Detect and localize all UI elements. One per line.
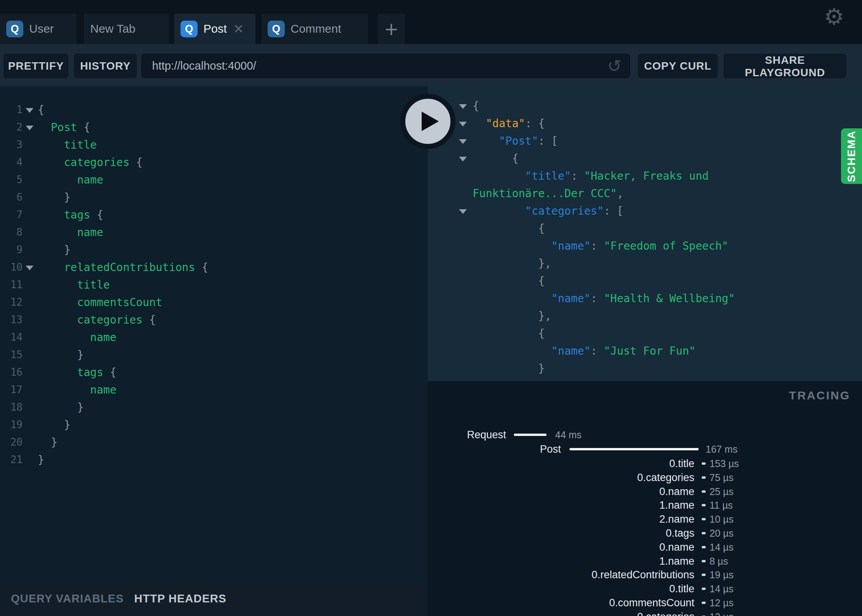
query-code-line[interactable]: 10 relatedContributions { — [0, 259, 428, 276]
code-text: tags { — [0, 206, 428, 224]
copy-curl-button[interactable]: COPY CURL — [638, 54, 718, 78]
code-text: } — [0, 399, 428, 416]
query-code-line[interactable]: 17 name — [0, 381, 428, 399]
line-number: 21 — [0, 451, 23, 469]
trace-duration-dash — [702, 462, 706, 465]
query-code-line[interactable]: 3 title — [0, 136, 428, 154]
trace-row: 0.categories75 µs — [428, 471, 862, 485]
tracing-title: TRACING — [428, 389, 850, 402]
query-code-line[interactable]: 11 title — [0, 276, 428, 294]
fold-toggle-icon[interactable] — [459, 157, 467, 161]
fold-toggle-icon[interactable] — [26, 108, 33, 113]
query-code-line[interactable]: 5 name — [0, 171, 428, 189]
response-code-line: "Post": [ — [428, 132, 862, 150]
response-code-line: { — [428, 272, 862, 290]
query-code-line[interactable]: 19 } — [0, 416, 428, 434]
query-code-line[interactable]: 15 } — [0, 346, 428, 364]
query-code-line[interactable]: 20 } — [0, 434, 428, 451]
fold-toggle-icon[interactable] — [459, 209, 467, 214]
query-code-line[interactable]: 12 commentsCount — [0, 294, 428, 311]
new-tab-button[interactable]: + — [378, 14, 405, 44]
line-number: 9 — [0, 241, 23, 259]
line-number: 3 — [0, 136, 23, 154]
query-code-line[interactable]: 21} — [0, 451, 428, 469]
trace-row: 0.categories13 µs — [428, 610, 862, 616]
tracing-panel: Request44 msPost167 ms0.title153 µs0.cat… — [428, 381, 862, 616]
trace-duration-value: 19 µs — [710, 568, 734, 582]
tab-comment[interactable]: QComment — [261, 14, 368, 44]
code-text: ] — [428, 377, 862, 381]
prettify-button[interactable]: PRETTIFY — [4, 54, 68, 78]
tab-new-tab[interactable]: New Tab — [84, 14, 169, 44]
trace-duration-value: 44 ms — [555, 428, 582, 442]
fold-toggle-icon[interactable] — [459, 139, 467, 144]
query-code-line[interactable]: 9 } — [0, 241, 428, 259]
endpoint-url-input[interactable]: http://localhost:4000/ ↺ — [141, 54, 630, 78]
query-code-line[interactable]: 1{ — [0, 101, 428, 119]
code-text: "name": "Just For Fun" — [428, 342, 862, 360]
trace-duration-value: 20 µs — [710, 526, 734, 540]
code-text: "name": "Freedom of Speech" — [428, 237, 862, 255]
code-text: } — [428, 360, 862, 377]
trace-duration-dash — [702, 588, 706, 590]
trace-row: 0.commentsCount12 µs — [428, 596, 862, 610]
toolbar: PRETTIFY HISTORY http://localhost:4000/ … — [0, 44, 862, 86]
code-text: } — [0, 451, 428, 469]
fold-toggle-icon[interactable] — [459, 104, 467, 109]
query-code-line[interactable]: 18 } — [0, 399, 428, 416]
trace-field-label: 0.commentsCount — [609, 596, 694, 610]
line-number: 10 — [0, 259, 23, 276]
line-number: 7 — [0, 206, 23, 224]
settings-gear-icon[interactable]: ⚙ — [824, 5, 844, 28]
trace-duration-bar — [514, 434, 547, 436]
line-number: 20 — [0, 434, 23, 451]
query-code-line[interactable]: 16 tags { — [0, 364, 428, 381]
fold-toggle-icon[interactable] — [26, 126, 33, 130]
history-button[interactable]: HISTORY — [74, 54, 137, 78]
tab-user[interactable]: QUser — [0, 14, 77, 44]
query-variables-tab[interactable]: QUERY VARIABLES — [11, 592, 124, 605]
code-text: categories { — [0, 154, 428, 171]
code-text: "Post": [ — [428, 132, 862, 150]
response-code-line: { — [428, 150, 862, 167]
query-code-line[interactable]: 14 name — [0, 329, 428, 346]
trace-field-label: Post — [540, 442, 561, 456]
code-text: relatedContributions { — [0, 259, 428, 276]
line-number: 19 — [0, 416, 23, 434]
tab-post[interactable]: QPost× — [174, 14, 256, 44]
fold-toggle-icon[interactable] — [459, 122, 467, 126]
trace-row: 2.name10 µs — [428, 512, 862, 526]
plus-icon: + — [385, 16, 398, 42]
trace-field-label: 0.tags — [666, 526, 694, 540]
trace-field-label: 1.name — [659, 498, 694, 512]
code-text: name — [0, 171, 428, 189]
close-tab-icon[interactable]: × — [234, 21, 244, 37]
code-text: { — [0, 101, 428, 119]
response-code-line: }, — [428, 255, 862, 272]
line-number: 4 — [0, 154, 23, 171]
query-code-line[interactable]: 8 name — [0, 224, 428, 241]
query-code-line[interactable]: 13 categories { — [0, 311, 428, 329]
share-playground-button[interactable]: SHARE PLAYGROUND — [724, 54, 846, 78]
line-number: 14 — [0, 329, 23, 346]
trace-duration-dash — [702, 574, 706, 576]
trace-field-label: 0.categories — [637, 610, 694, 616]
response-code-line: } — [428, 360, 862, 377]
query-editor-pane[interactable]: 1{2 Post {3 title4 categories {5 name6 }… — [0, 86, 428, 581]
trace-field-label: 1.name — [659, 554, 694, 568]
query-code-line[interactable]: 7 tags { — [0, 206, 428, 224]
query-code-line[interactable]: 6 } — [0, 189, 428, 206]
http-headers-tab[interactable]: HTTP HEADERS — [134, 592, 226, 605]
code-text: Funktionäre...Der CCC", — [428, 185, 862, 202]
execute-query-button[interactable] — [400, 94, 456, 149]
code-text: { — [428, 272, 862, 290]
reload-schema-icon[interactable]: ↺ — [607, 56, 622, 76]
fold-toggle-icon[interactable] — [26, 266, 33, 270]
trace-duration-dash — [702, 476, 706, 479]
trace-row: 0.relatedContributions19 µs — [428, 568, 862, 582]
query-code-line[interactable]: 2 Post { — [0, 119, 428, 136]
query-code-line[interactable]: 4 categories { — [0, 154, 428, 171]
schema-side-tab[interactable]: SCHEMA — [841, 128, 862, 184]
code-text: }, — [428, 255, 862, 272]
response-json: { "data": { "Post": [ { "title": "Hacker… — [428, 86, 862, 381]
